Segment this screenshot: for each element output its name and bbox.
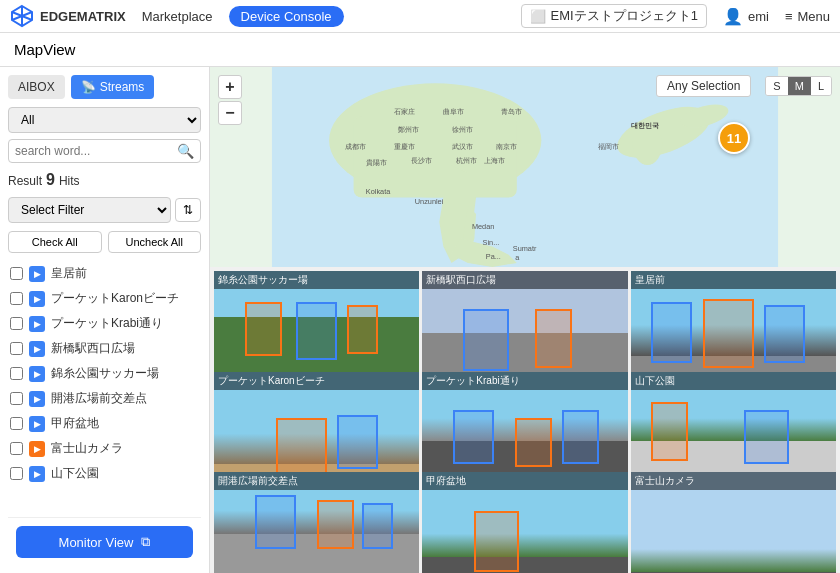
check-all-button[interactable]: Check All — [8, 231, 102, 253]
map-area[interactable]: 石家庄 曲阜市 青岛市 鄭州市 徐州市 成都市 重慶市 武汉市 南京市 貴陽市 … — [210, 67, 840, 267]
svg-text:Sin...: Sin... — [483, 238, 500, 247]
camera-card[interactable]: 富士山カメラ — [631, 472, 836, 573]
location-item: ▶ 皇居前 — [8, 261, 201, 286]
camera-label: プーケットKrabi通り — [422, 372, 627, 390]
location-item: ▶ 新橋駅西口広場 — [8, 336, 201, 361]
svg-text:Sumatr: Sumatr — [513, 244, 537, 253]
zoom-out-button[interactable]: − — [218, 101, 242, 125]
size-s-button[interactable]: S — [766, 77, 787, 95]
location-list: ▶ 皇居前 ▶ プーケットKaronビーチ ▶ プーケットKrabi通り ▶ 新… — [8, 261, 201, 517]
detection-box — [362, 503, 393, 549]
detection-box — [474, 511, 519, 573]
check-row: Check All Uncheck All — [8, 231, 201, 253]
main-layout: AIBOX 📡 Streams All 🔍 Result 9 Hits Sele… — [0, 67, 840, 573]
map-cluster-11[interactable]: 11 — [718, 122, 750, 154]
zoom-in-button[interactable]: + — [218, 75, 242, 99]
location-checkbox[interactable] — [10, 342, 23, 355]
size-buttons: S M L — [765, 76, 832, 96]
location-checkbox[interactable] — [10, 317, 23, 330]
detection-box — [744, 410, 789, 464]
result-count: 9 — [46, 171, 55, 189]
monitor-view-icon: ⧉ — [141, 534, 150, 550]
detection-box — [296, 302, 337, 361]
detection-box — [463, 309, 508, 371]
monitor-view-button[interactable]: Monitor View ⧉ — [16, 526, 193, 558]
location-icon: ▶ — [29, 441, 45, 457]
tab-row: AIBOX 📡 Streams — [8, 75, 201, 99]
location-name: 開港広場前交差点 — [51, 390, 147, 407]
detection-box — [535, 309, 572, 368]
location-name: 新橋駅西口広場 — [51, 340, 135, 357]
size-l-button[interactable]: L — [811, 77, 831, 95]
location-checkbox[interactable] — [10, 417, 23, 430]
location-name: 山下公園 — [51, 465, 99, 482]
filter-dropdown[interactable]: Select Filter — [8, 197, 171, 223]
location-checkbox[interactable] — [10, 267, 23, 280]
location-icon: ▶ — [29, 291, 45, 307]
svg-point-9 — [633, 124, 662, 165]
svg-text:대한민국: 대한민국 — [631, 121, 659, 130]
location-item: ▶ 山下公園 — [8, 461, 201, 486]
hamburger-icon: ≡ — [785, 9, 793, 24]
tab-aibox[interactable]: AIBOX — [8, 75, 65, 99]
camera-card[interactable]: 開港広場前交差点 — [214, 472, 419, 573]
svg-text:上海市: 上海市 — [484, 156, 505, 165]
monitor-btn-row: Monitor View ⧉ — [8, 517, 201, 566]
detection-box — [651, 402, 688, 461]
location-name: プーケットKaronビーチ — [51, 290, 179, 307]
all-dropdown[interactable]: All — [8, 107, 201, 133]
user-icon: 👤 — [723, 7, 743, 26]
location-checkbox[interactable] — [10, 367, 23, 380]
filter-sort-button[interactable]: ⇅ — [175, 198, 201, 222]
location-checkbox[interactable] — [10, 292, 23, 305]
camera-grid: 錦糸公園サッカー場新橋駅西口広場皇居前プーケットKaronビーチプーケットKra… — [210, 267, 840, 573]
search-icon: 🔍 — [177, 143, 194, 159]
streams-icon: 📡 — [81, 80, 96, 94]
location-icon: ▶ — [29, 416, 45, 432]
location-item: ▶ 開港広場前交差点 — [8, 386, 201, 411]
camera-card[interactable]: 甲府盆地 — [422, 472, 627, 573]
location-icon: ▶ — [29, 466, 45, 482]
location-item: ▶ 甲府盆地 — [8, 411, 201, 436]
location-checkbox[interactable] — [10, 392, 23, 405]
size-m-button[interactable]: M — [788, 77, 811, 95]
sidebar: AIBOX 📡 Streams All 🔍 Result 9 Hits Sele… — [0, 67, 210, 573]
svg-text:Medan: Medan — [472, 222, 494, 231]
menu-button[interactable]: ≡ Menu — [785, 9, 830, 24]
logo-icon — [10, 4, 34, 28]
detection-box — [703, 299, 754, 368]
selection-label: Any Selection — [656, 75, 751, 97]
nav-marketplace[interactable]: Marketplace — [142, 9, 213, 24]
location-item: ▶ 錦糸公園サッカー場 — [8, 361, 201, 386]
location-icon: ▶ — [29, 391, 45, 407]
nav-device-console[interactable]: Device Console — [229, 6, 344, 27]
tab-streams[interactable]: 📡 Streams — [71, 75, 155, 99]
camera-label: 山下公園 — [631, 372, 836, 390]
camera-label: 皇居前 — [631, 271, 836, 289]
location-icon: ▶ — [29, 316, 45, 332]
svg-text:曲阜市: 曲阜市 — [443, 107, 464, 116]
camera-label: 錦糸公園サッカー場 — [214, 271, 419, 289]
monitor-icon: ⬜ — [530, 9, 546, 24]
map-svg: 石家庄 曲阜市 青岛市 鄭州市 徐州市 成都市 重慶市 武汉市 南京市 貴陽市 … — [210, 67, 840, 267]
camera-label: 富士山カメラ — [631, 472, 836, 490]
location-checkbox[interactable] — [10, 442, 23, 455]
svg-text:杭州市: 杭州市 — [455, 156, 477, 165]
location-item: ▶ 富士山カメラ — [8, 436, 201, 461]
result-label: Result — [8, 174, 42, 188]
svg-text:武汉市: 武汉市 — [452, 142, 473, 151]
header: EDGEMATRIX Marketplace Device Console ⬜ … — [0, 0, 840, 33]
monitor-view-label: Monitor View — [59, 535, 134, 550]
svg-text:貴陽市: 貴陽市 — [366, 158, 387, 167]
result-hits: Hits — [59, 174, 80, 188]
project-name: EMIテストプロジェクト1 — [551, 7, 698, 25]
location-icon: ▶ — [29, 266, 45, 282]
detection-box — [651, 302, 692, 364]
location-name: 富士山カメラ — [51, 440, 123, 457]
uncheck-all-button[interactable]: Uncheck All — [108, 231, 202, 253]
selection-bar: Any Selection S M L — [250, 75, 840, 97]
location-checkbox[interactable] — [10, 467, 23, 480]
search-input[interactable] — [15, 144, 177, 158]
project-selector[interactable]: ⬜ EMIテストプロジェクト1 — [521, 4, 707, 28]
svg-text:Pa...: Pa... — [486, 252, 501, 261]
